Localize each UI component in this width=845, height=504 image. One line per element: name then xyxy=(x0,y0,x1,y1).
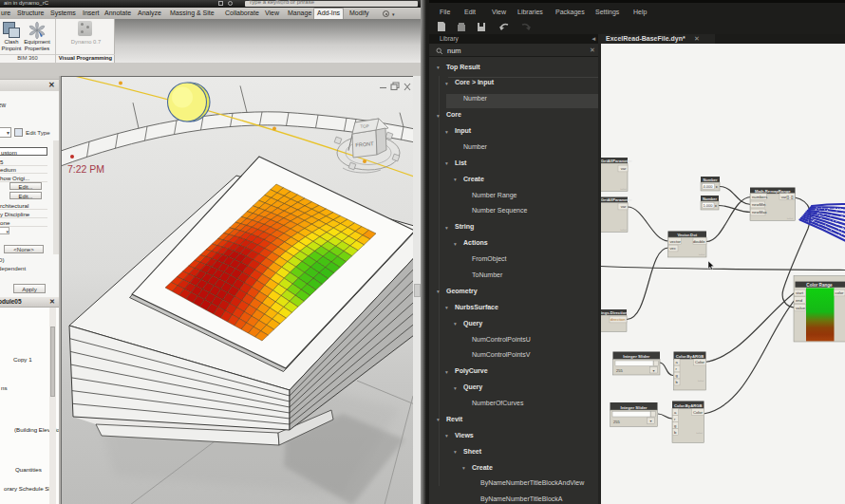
svg-text:Element.GetAllParameter: Element.GetAllParameter xyxy=(601,197,632,202)
svg-text:4.000: 4.000 xyxy=(704,184,714,189)
svg-text:Vector.Dot: Vector.Dot xyxy=(677,233,697,237)
svg-text:Integer Slider: Integer Slider xyxy=(623,354,649,359)
svg-text:end: end xyxy=(796,298,803,303)
svg-text:start: start xyxy=(796,290,804,295)
svg-text:value: value xyxy=(796,306,806,310)
svg-text:var: var xyxy=(621,204,627,209)
svg-text:▾: ▾ xyxy=(649,419,651,423)
svg-text:direction: direction xyxy=(610,317,626,322)
svg-text:Color Range: Color Range xyxy=(806,283,833,288)
svg-text:numbers: numbers xyxy=(752,195,767,199)
svg-text:vector: vector xyxy=(670,239,682,244)
svg-text:255: 255 xyxy=(613,420,620,424)
svg-text:newMin: newMin xyxy=(752,202,766,207)
svg-text:var[]..[]: var[]..[] xyxy=(781,195,794,199)
svg-text:SunSettings.Direction: SunSettings.Direction xyxy=(601,310,628,315)
svg-text:7:22 PM: 7:22 PM xyxy=(67,163,104,175)
svg-text:TOP: TOP xyxy=(360,123,368,129)
svg-text:▸: ▸ xyxy=(716,184,718,189)
svg-text:Number: Number xyxy=(703,177,718,182)
svg-text:Color: Color xyxy=(693,410,704,415)
svg-text:▭▭: ▭▭ xyxy=(620,228,627,232)
svg-text:Color: Color xyxy=(695,360,705,364)
svg-text:▸: ▸ xyxy=(715,203,717,208)
svg-text:var: var xyxy=(621,166,627,171)
svg-text:Number: Number xyxy=(703,196,718,201)
svg-text:▭▭: ▭▭ xyxy=(787,216,794,220)
svg-text:▭▭: ▭▭ xyxy=(698,379,704,383)
svg-text:▾: ▾ xyxy=(652,368,654,373)
svg-text:1.000: 1.000 xyxy=(704,203,714,208)
svg-text:Element.GetAllParameter: Element.GetAllParameter xyxy=(601,159,632,163)
svg-text:color: color xyxy=(835,290,844,295)
svg-text:▭▭: ▭▭ xyxy=(620,187,627,191)
svg-text:255: 255 xyxy=(616,368,623,373)
svg-text:double: double xyxy=(693,239,705,244)
svg-text:Integer Slider: Integer Slider xyxy=(620,405,647,410)
svg-text:Math.RemapRange: Math.RemapRange xyxy=(755,189,791,194)
svg-text:▭▭: ▭▭ xyxy=(699,252,705,256)
svg-text:newMax: newMax xyxy=(752,210,767,215)
svg-text:Color.ByARGB: Color.ByARGB xyxy=(676,354,704,359)
svg-text:vec: vec xyxy=(670,246,677,251)
svg-text:Color.ByARGB: Color.ByARGB xyxy=(674,403,703,408)
svg-text:▭▭: ▭▭ xyxy=(696,431,703,435)
